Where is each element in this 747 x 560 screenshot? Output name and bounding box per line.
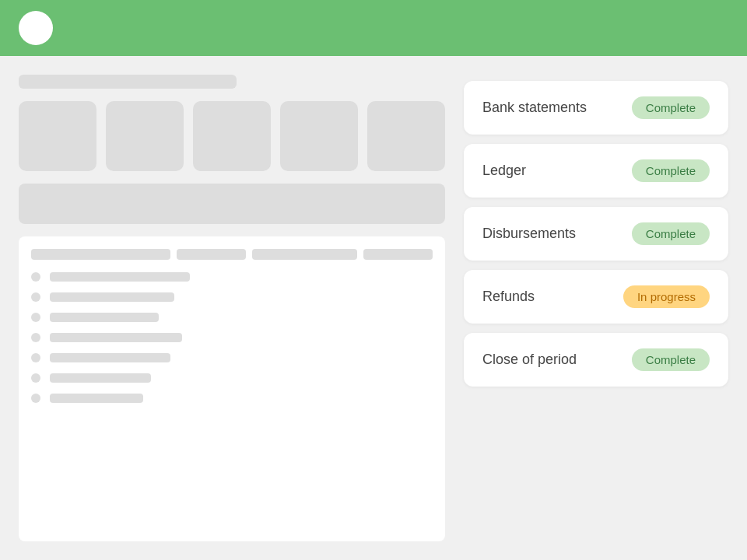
left-panel xyxy=(19,75,445,541)
status-card-disbursements: DisbursementsComplete xyxy=(464,207,728,261)
skeleton-table-header xyxy=(31,249,433,260)
status-label-ledger: Ledger xyxy=(482,163,526,179)
skeleton-top-bar xyxy=(19,75,237,89)
status-label-refunds: Refunds xyxy=(482,289,535,305)
status-card-ledger: LedgerComplete xyxy=(464,144,728,198)
status-label-bank-statements: Bank statements xyxy=(482,100,587,116)
status-badge-disbursements: Complete xyxy=(632,222,710,245)
main-content: Bank statementsCompleteLedgerCompleteDis… xyxy=(0,56,747,560)
skeleton-list-item xyxy=(31,333,433,342)
skeleton-card-3 xyxy=(193,101,271,171)
logo xyxy=(19,11,53,45)
skeleton-list-item xyxy=(31,394,433,403)
status-badge-bank-statements: Complete xyxy=(632,96,710,119)
skeleton-wide-card xyxy=(19,184,445,224)
status-badge-close-of-period: Complete xyxy=(632,348,710,371)
skeleton-card-4 xyxy=(280,101,358,171)
skeleton-list-item xyxy=(31,373,433,383)
status-card-close-of-period: Close of periodComplete xyxy=(464,333,728,387)
status-label-disbursements: Disbursements xyxy=(482,226,576,242)
status-badge-ledger: Complete xyxy=(632,159,710,182)
skeleton-list-item xyxy=(31,272,433,282)
skeleton-table-list xyxy=(31,272,433,403)
status-badge-refunds: In progress xyxy=(623,285,710,308)
header xyxy=(0,0,747,56)
skeleton-card-5 xyxy=(367,101,445,171)
skeleton-card-row xyxy=(19,101,445,171)
status-label-close-of-period: Close of period xyxy=(482,352,577,368)
skeleton-list-item xyxy=(31,292,433,302)
skeleton-card-2 xyxy=(106,101,184,171)
skeleton-card-1 xyxy=(19,101,96,171)
status-card-bank-statements: Bank statementsComplete xyxy=(464,81,728,135)
status-card-refunds: RefundsIn progress xyxy=(464,270,728,324)
skeleton-list-item xyxy=(31,313,433,322)
right-panel: Bank statementsCompleteLedgerCompleteDis… xyxy=(464,75,728,541)
skeleton-table-area xyxy=(19,236,445,541)
skeleton-list-item xyxy=(31,353,433,362)
